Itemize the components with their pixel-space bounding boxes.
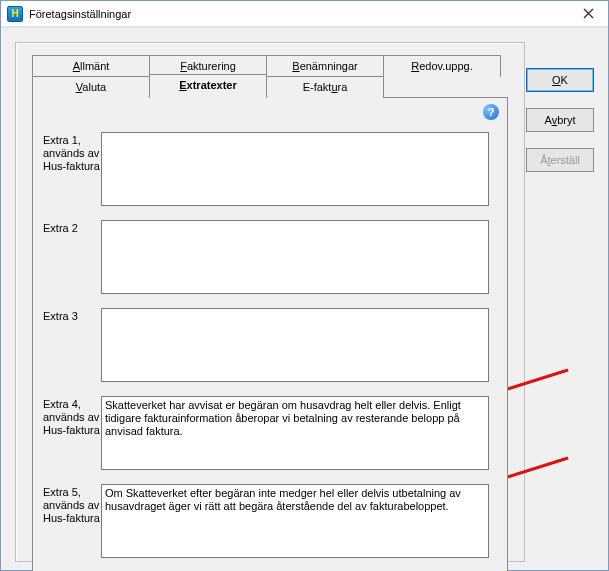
tab-text: E (179, 79, 186, 91)
field-row-extra4: Extra 4, används av Hus-faktura (43, 396, 489, 470)
tab-benamningar[interactable]: Benämningar (266, 55, 384, 77)
field-row-extra5: Extra 5, används av Hus-faktura (43, 484, 489, 558)
tab-text: A (73, 60, 80, 72)
field-label: Extra 3 (43, 308, 101, 323)
extra4-input[interactable] (101, 396, 489, 470)
tab-allmant[interactable]: Allmänt (32, 55, 150, 77)
field-row-extra3: Extra 3 (43, 308, 489, 382)
field-label: Extra 2 (43, 220, 101, 235)
extra3-input[interactable] (101, 308, 489, 382)
tab-text: enämningar (300, 60, 358, 72)
tab-text: llmänt (80, 60, 109, 72)
tab-extratexter[interactable]: Extratexter (149, 74, 267, 98)
tab-text: aluta (82, 81, 106, 93)
tab-text: E-fakt (303, 81, 332, 93)
tab-text: B (292, 60, 299, 72)
ok-button[interactable]: OK (526, 68, 594, 92)
btn-text: K (561, 74, 568, 86)
field-label: Extra 4, används av Hus-faktura (43, 396, 101, 437)
tab-valuta[interactable]: Valuta (32, 76, 150, 98)
btn-text: bryt (557, 114, 575, 126)
extra2-input[interactable] (101, 220, 489, 294)
side-buttons: OK Avbryt Återställ (526, 68, 594, 172)
dialog-window: Företagsinställningar Allmänt Fakturerin… (0, 0, 609, 571)
reset-button[interactable]: Återställ (526, 148, 594, 172)
close-icon[interactable] (568, 1, 608, 27)
btn-text: erställ (551, 154, 580, 166)
window-title: Företagsinställningar (29, 8, 568, 20)
field-row-extra1: Extra 1, används av Hus-faktura (43, 132, 489, 206)
btn-text: A (545, 114, 552, 126)
extra1-input[interactable] (101, 132, 489, 206)
tab-text: F (180, 60, 187, 72)
app-icon (7, 6, 23, 22)
tab-body: ? Extra 1, används av Hus-faktura Extra … (32, 97, 508, 571)
field-label: Extra 1, används av Hus-faktura (43, 132, 101, 173)
inner-frame: Allmänt Fakturering Benämningar Redov.up… (15, 42, 525, 562)
extra5-input[interactable] (101, 484, 489, 558)
tab-redovuppg[interactable]: Redov.uppg. (383, 55, 501, 77)
tab-text: akturering (187, 60, 236, 72)
tab-efaktura[interactable]: E-faktura (266, 76, 384, 98)
tab-text: edov.uppg. (419, 60, 473, 72)
tab-text: xtratexter (187, 79, 237, 91)
client-area: Allmänt Fakturering Benämningar Redov.up… (1, 27, 608, 570)
field-row-extra2: Extra 2 (43, 220, 489, 294)
cancel-button[interactable]: Avbryt (526, 108, 594, 132)
tab-text: R (411, 60, 419, 72)
titlebar: Företagsinställningar (1, 1, 608, 27)
tab-row-second: Valuta Extratexter E-faktura (32, 76, 383, 98)
btn-text: O (552, 74, 561, 86)
help-icon[interactable]: ? (483, 104, 499, 120)
field-label: Extra 5, används av Hus-faktura (43, 484, 101, 525)
tab-text: ra (338, 81, 348, 93)
